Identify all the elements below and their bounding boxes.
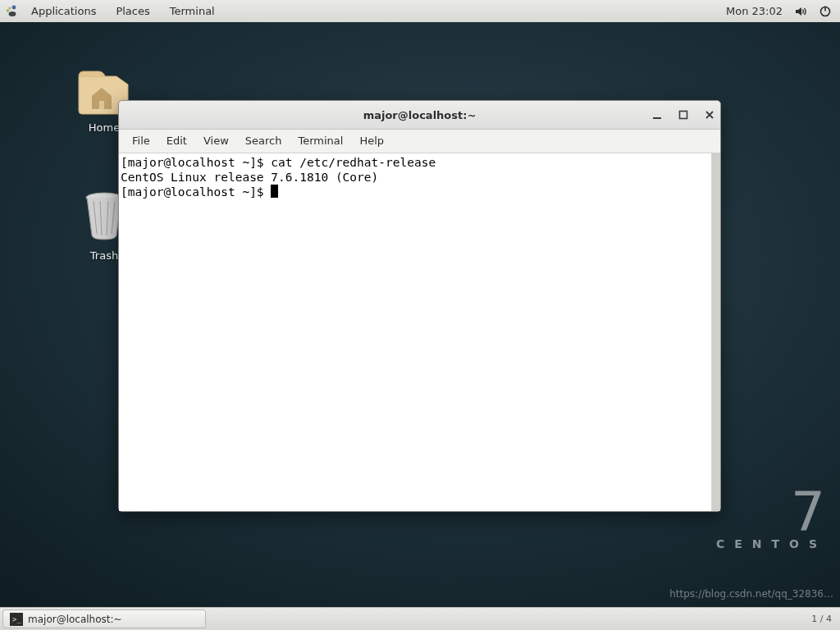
menu-search[interactable]: Search (237, 130, 290, 153)
menu-terminal[interactable]: Terminal (290, 130, 351, 153)
terminal-icon: >_ (10, 613, 23, 626)
centos-version: 7 (716, 481, 827, 544)
terminal-scrollthumb[interactable] (712, 153, 720, 511)
svg-point-1 (8, 7, 11, 9)
menu-applications[interactable]: Applications (21, 0, 106, 22)
svg-rect-13 (680, 112, 687, 119)
taskbar-app-label: major@localhost:~ (28, 614, 122, 625)
svg-point-3 (9, 11, 16, 16)
desktop[interactable]: Home Trash 7 CENTOS https://blog.csdn.ne… (0, 22, 840, 608)
window-minimize-button[interactable] (651, 109, 663, 121)
power-icon[interactable] (819, 5, 832, 18)
svg-point-0 (12, 5, 16, 9)
svg-rect-12 (653, 117, 661, 119)
clock-label[interactable]: Mon 23:02 (726, 5, 783, 17)
volume-icon[interactable] (794, 5, 807, 18)
menu-file[interactable]: File (124, 130, 158, 153)
menu-places[interactable]: Places (106, 0, 159, 22)
terminal-cursor (271, 185, 278, 198)
taskbar-app-terminal[interactable]: >_ major@localhost:~ (2, 609, 206, 628)
terminal-line: CentOS Linux release 7.6.1810 (Core) (121, 171, 378, 184)
gnome-logo-icon (5, 5, 18, 18)
gnome-topbar: Applications Places Terminal Mon 23:02 (0, 0, 840, 23)
menu-terminal[interactable]: Terminal (160, 0, 225, 22)
gnome-taskbar: >_ major@localhost:~ 1 / 4 (0, 607, 840, 630)
menu-edit[interactable]: Edit (158, 130, 195, 153)
svg-point-2 (7, 9, 9, 11)
menu-help[interactable]: Help (351, 130, 392, 153)
terminal-menubar: File Edit View Search Terminal Help (119, 130, 720, 153)
terminal-line: [major@localhost ~]$ cat /etc/redhat-rel… (121, 156, 436, 169)
svg-rect-5 (824, 6, 826, 11)
centos-brand: 7 CENTOS (716, 481, 827, 550)
watermark-text: https://blog.csdn.net/qq_32836… (669, 588, 833, 600)
window-titlebar[interactable]: major@localhost:~ (119, 101, 720, 130)
svg-text:>_: >_ (12, 615, 21, 623)
terminal-line: [major@localhost ~]$ (121, 185, 271, 199)
workspace-indicator[interactable]: 1 / 4 (803, 614, 840, 624)
window-maximize-button[interactable] (678, 109, 689, 121)
centos-name: CENTOS (716, 537, 827, 550)
terminal-window: major@localhost:~ File Edit View Search … (118, 100, 721, 512)
window-title: major@localhost:~ (363, 109, 477, 121)
menu-view[interactable]: View (195, 130, 237, 153)
svg-rect-6 (99, 101, 104, 109)
terminal-body[interactable]: [major@localhost ~]$ cat /etc/redhat-rel… (119, 153, 720, 511)
window-close-button[interactable] (704, 109, 715, 121)
terminal-scrollbar[interactable] (711, 153, 720, 511)
